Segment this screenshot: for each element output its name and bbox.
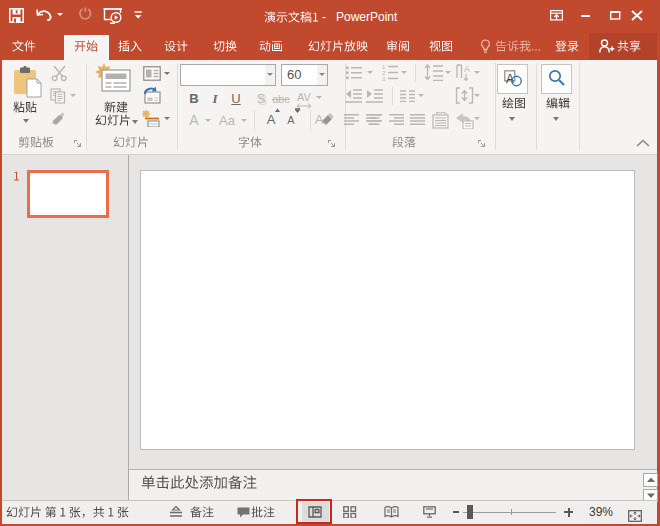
svg-text:3: 3 — [382, 76, 386, 81]
svg-text:A: A — [464, 64, 470, 74]
